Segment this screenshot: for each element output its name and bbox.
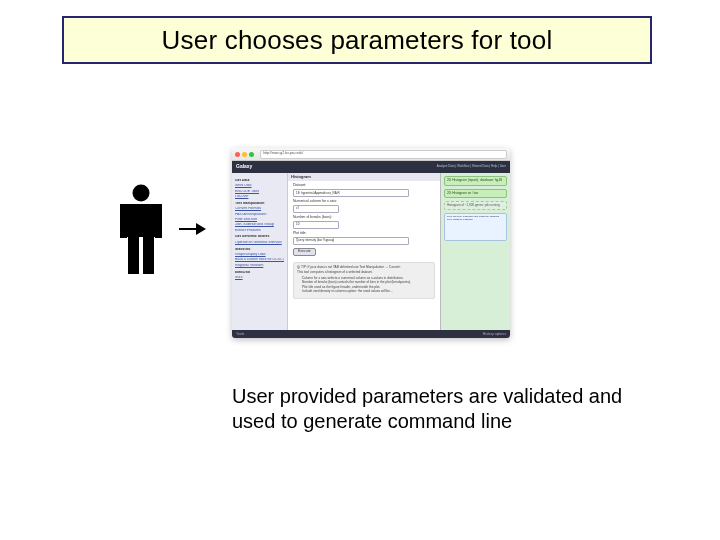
toolnav-item: Operate on Genomic Intervals — [235, 241, 284, 245]
param-label: Numerical column for x axis: — [293, 200, 435, 204]
svg-rect-1 — [126, 204, 156, 237]
toolnav-item: Convert Formats — [235, 207, 284, 211]
window-close-icon — [235, 152, 240, 157]
caption-line: User provided parameters are validated a… — [232, 385, 622, 407]
toolnav-item: Extract Features — [235, 229, 284, 233]
slide-title: User chooses parameters for tool — [162, 25, 553, 56]
param-label: Plot title: — [293, 232, 435, 236]
center-panel: Histogram Dataset: 18: hgcentral.Appendi… — [288, 173, 440, 330]
title-box: User chooses parameters for tool — [62, 16, 652, 64]
toolnav-item: Text Manipulation — [235, 202, 284, 206]
history-item: 20: Histogram on #var — [444, 189, 507, 199]
slide: User chooses parameters for tool http://… — [0, 0, 720, 540]
toolnav-item: NGS — [235, 276, 284, 280]
param-label: Number of breaks (bars): — [293, 216, 435, 220]
toolnav-item: FASTA manipulation — [235, 213, 284, 217]
toolnav-item: EMBOSS — [235, 271, 284, 275]
tool-panel: Get Data Send Data ENCODE Tools Lift-Ove… — [232, 173, 288, 330]
caption-text: User provided parameters are validated a… — [232, 384, 662, 434]
tool-title: Histogram — [288, 173, 440, 181]
tip-bullet: Include zero/density in columns option: … — [302, 290, 431, 294]
toolnav-item: Get Genomic Scores — [235, 235, 284, 239]
url-text: http://main.g2.bx.psu.edu/ — [263, 152, 303, 156]
toolnav-item: Graph/Display Data — [235, 253, 284, 257]
app-footer: Tools History options — [232, 330, 510, 338]
param-label: Dataset: — [293, 184, 435, 188]
svg-rect-3 — [155, 204, 162, 238]
svg-point-0 — [133, 185, 150, 202]
toolnav-item: ENCODE Tools — [235, 190, 284, 194]
app-body: Get Data Send Data ENCODE Tools Lift-Ove… — [232, 173, 510, 330]
tip-headline: TIP: If your data is not TAB delimited u… — [301, 265, 400, 269]
app-header: Galaxy Analyze Data | Workflow | Shared … — [232, 161, 510, 173]
history-panel: 20: Histogram (report), database: hg18 2… — [440, 173, 510, 330]
tip-desc: This tool computes a histogram of a sele… — [297, 271, 431, 275]
toolnav-item: Statistics — [235, 248, 284, 252]
svg-rect-5 — [143, 234, 154, 274]
execute-button[interactable]: Execute — [293, 248, 316, 256]
footer-right: History options — [483, 333, 506, 337]
param-title: Plot title: Query intensity (bar %group) — [293, 232, 435, 245]
history-item: 20: Histogram (report), database: hg18 — [444, 176, 507, 186]
app-screenshot: http://main.g2.bx.psu.edu/ Galaxy Analyz… — [232, 148, 510, 338]
window-minimize-icon — [242, 152, 247, 157]
help-box: ⓘ TIP: If your data is not TAB delimited… — [293, 262, 435, 299]
history-preview: chr1 1294834 1295103 chr1 1300482 130070… — [444, 213, 507, 241]
app-brand: Galaxy — [236, 164, 252, 170]
person-icon — [120, 184, 162, 274]
param-breaks: Number of breaks (bars): 10 — [293, 216, 435, 229]
url-bar: http://main.g2.bx.psu.edu/ — [260, 150, 507, 159]
param-input[interactable]: 18: hgcentral.Appendix.no_NA.R — [293, 189, 409, 197]
caption-line: used to generate command line — [232, 410, 512, 432]
svg-rect-4 — [128, 234, 139, 274]
app-header-links: Analyze Data | Workflow | Shared Data | … — [437, 165, 506, 168]
param-input[interactable]: Query intensity (bar %group) — [293, 237, 409, 245]
param-input[interactable]: 10 — [293, 221, 339, 229]
svg-marker-7 — [196, 223, 206, 235]
toolnav-item: Filter and Sort — [235, 218, 284, 222]
svg-rect-2 — [120, 204, 127, 238]
toolnav-item: Get Data — [235, 179, 284, 183]
param-column: Numerical column for x axis: c7 — [293, 200, 435, 213]
toolnav-item: Lift-Over — [235, 195, 284, 199]
window-zoom-icon — [249, 152, 254, 157]
param-input[interactable]: c7 — [293, 205, 339, 213]
arrow-right-icon — [178, 222, 206, 236]
toolnav-item: Regional Variation — [235, 264, 284, 268]
history-running: Histogram of ~1,000 genes: job running — [444, 201, 507, 210]
toolnav-item: Send Data — [235, 184, 284, 188]
footer-left: Tools — [236, 333, 244, 337]
param-dataset: Dataset: 18: hgcentral.Appendix.no_NA.R — [293, 184, 435, 197]
toolnav-item: Join, Subtract and Group — [235, 223, 284, 227]
toolnav-item: Build a custom track for UCSC genome bro… — [235, 258, 284, 262]
browser-chrome: http://main.g2.bx.psu.edu/ — [232, 148, 510, 161]
